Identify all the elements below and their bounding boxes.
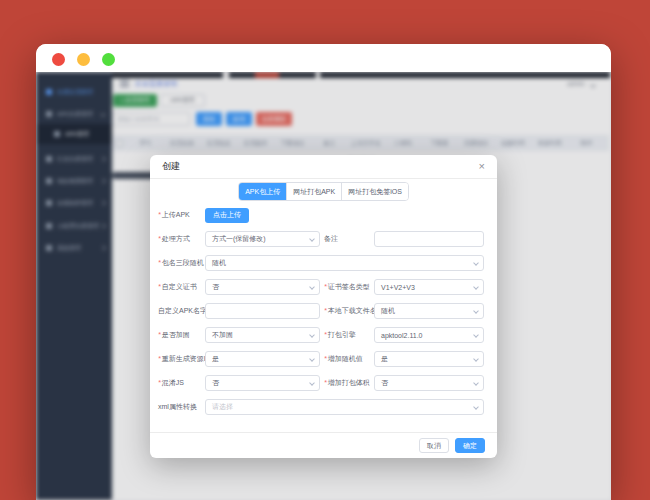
form-row: *自定义证书 否 *证书签名类型 V1+V2+V3 (158, 279, 484, 295)
required-asterisk: * (158, 379, 161, 386)
form-row: *重新生成资源ID 是 *增加随机值 是 (158, 351, 484, 367)
field-label: 自定义APK名字 (158, 306, 205, 316)
traffic-light-zoom-button[interactable] (102, 53, 115, 66)
required-asterisk: * (324, 355, 327, 362)
traffic-light-close-button[interactable] (52, 53, 65, 66)
field-label: *增加打包体积 (324, 378, 374, 388)
confirm-button[interactable]: 确定 (455, 438, 485, 453)
close-icon[interactable]: × (479, 161, 485, 172)
dialog-header: 创建 × (150, 155, 497, 179)
field-label: *重新生成资源ID (158, 354, 205, 364)
field-label: xml属性转换 (158, 402, 205, 412)
tab-apk-upload[interactable]: APK包上传 (239, 183, 286, 200)
dialog-tabs: APK包上传 网址打包APK 网址打包免签iOS (150, 182, 497, 201)
chevron-down-icon (473, 332, 479, 338)
field-label: *是否加固 (158, 330, 205, 340)
tab-url-pack-apk[interactable]: 网址打包APK (286, 183, 341, 200)
custom-apk-name-input[interactable] (205, 303, 320, 319)
required-asterisk: * (324, 283, 327, 290)
chevron-down-icon (309, 284, 315, 290)
form-row: *上传APK 点击上传 (158, 207, 484, 223)
chevron-down-icon (309, 332, 315, 338)
custom-cert-select[interactable]: 否 (205, 279, 320, 295)
xml-convert-select[interactable]: 请选择 (205, 399, 484, 415)
chevron-down-icon (473, 308, 479, 314)
form-row: *是否加固 不加固 *打包引擎 apktool2.11.0 (158, 327, 484, 343)
form-row: *混淆JS 否 *增加打包体积 否 (158, 375, 484, 391)
required-asterisk: * (158, 283, 161, 290)
field-label: *证书签名类型 (324, 282, 374, 292)
chevron-down-icon (309, 356, 315, 362)
package-random-select[interactable]: 随机 (205, 255, 484, 271)
add-pack-size-select[interactable]: 否 (374, 375, 484, 391)
field-label: *自定义证书 (158, 282, 205, 292)
field-label: *包名三段随机 (158, 258, 205, 268)
chevron-down-icon (473, 260, 479, 266)
browser-titlebar (36, 44, 611, 72)
dialog-form: *上传APK 点击上传 *处理方式 方式一(保留修改) 备注 *包名三段随机 随… (150, 207, 497, 415)
create-dialog: 创建 × APK包上传 网址打包APK 网址打包免签iOS *上传APK 点击上… (150, 155, 497, 458)
regen-resource-id-select[interactable]: 是 (205, 351, 320, 367)
chevron-down-icon (473, 356, 479, 362)
chevron-down-icon (473, 380, 479, 386)
local-file-name-select[interactable]: 随机 (374, 303, 484, 319)
chevron-down-icon (309, 236, 315, 242)
form-row: *处理方式 方式一(保留修改) 备注 (158, 231, 484, 247)
field-label: 备注 (324, 234, 374, 244)
required-asterisk: * (324, 307, 327, 314)
page: 分发应用管理 APK分发管理 APK管理 行业分发管理 (36, 72, 611, 500)
field-label: *混淆JS (158, 378, 205, 388)
required-asterisk: * (158, 331, 161, 338)
field-label: *处理方式 (158, 234, 205, 244)
obfuscate-js-select[interactable]: 否 (205, 375, 320, 391)
add-random-select[interactable]: 是 (374, 351, 484, 367)
dialog-footer: 取消 确定 (150, 432, 497, 458)
form-row: xml属性转换 请选择 (158, 399, 484, 415)
pack-engine-select[interactable]: apktool2.11.0 (374, 327, 484, 343)
required-asterisk: * (158, 235, 161, 242)
field-label: *上传APK (158, 210, 205, 220)
process-mode-select[interactable]: 方式一(保留修改) (205, 231, 320, 247)
cert-sign-type-select[interactable]: V1+V2+V3 (374, 279, 484, 295)
traffic-light-minimize-button[interactable] (77, 53, 90, 66)
field-label: *本地下载文件名 (324, 306, 374, 316)
required-asterisk: * (324, 331, 327, 338)
required-asterisk: * (158, 355, 161, 362)
remark-input[interactable] (374, 231, 484, 247)
browser-window: 分发应用管理 APK分发管理 APK管理 行业分发管理 (36, 44, 611, 500)
field-label: *打包引擎 (324, 330, 374, 340)
chevron-down-icon (473, 404, 479, 410)
harden-select[interactable]: 不加固 (205, 327, 320, 343)
tab-url-pack-ios[interactable]: 网址打包免签iOS (341, 183, 408, 200)
form-row: 自定义APK名字 *本地下载文件名 随机 (158, 303, 484, 319)
dialog-title: 创建 (162, 160, 180, 173)
cancel-button[interactable]: 取消 (419, 438, 449, 453)
chevron-down-icon (309, 380, 315, 386)
form-row: *包名三段随机 随机 (158, 255, 484, 271)
upload-button[interactable]: 点击上传 (205, 208, 249, 223)
required-asterisk: * (158, 259, 161, 266)
chevron-down-icon (473, 284, 479, 290)
required-asterisk: * (324, 379, 327, 386)
required-asterisk: * (158, 211, 161, 218)
field-label: *增加随机值 (324, 354, 374, 364)
